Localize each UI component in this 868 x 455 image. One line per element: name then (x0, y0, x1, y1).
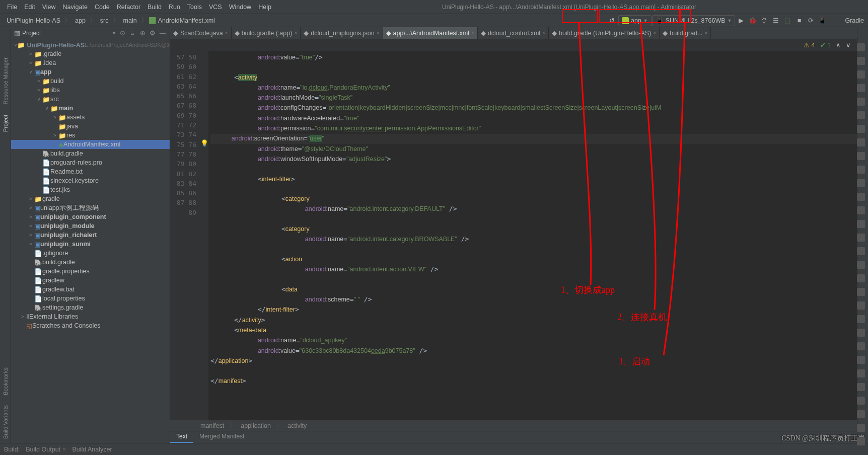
tree-item[interactable]: 🐘 build.gradle (11, 149, 170, 158)
tree-item[interactable]: 📄 gradlew.bat (11, 285, 170, 294)
tree-item[interactable]: 🐘 settings.gradle (11, 303, 170, 312)
text-tab[interactable]: Text (170, 431, 193, 443)
hide-icon[interactable]: — (159, 30, 167, 37)
project-view-icon: ▦ (14, 29, 20, 37)
tree-item[interactable]: >▣ uniplugin_sunmi (11, 240, 170, 249)
breadcrumb-src[interactable]: src (98, 17, 111, 25)
close-icon[interactable]: × (705, 30, 708, 36)
menu-view[interactable]: View (39, 3, 59, 12)
bread-manifest[interactable]: manifest (198, 422, 226, 429)
tree-item[interactable]: v📁 src (11, 95, 170, 104)
bread-application[interactable]: application (239, 422, 273, 429)
tree-item[interactable]: ◱ Scratches and Consoles (11, 321, 170, 330)
editor-tab[interactable]: ◆dcloud_control.xml× (478, 27, 549, 39)
menu-build[interactable]: Build (144, 3, 165, 12)
tree-item[interactable]: 📄 gradlew (11, 276, 170, 285)
build-output-tab[interactable]: Build Output × (26, 446, 66, 453)
tree-item[interactable]: 📁 java (11, 122, 170, 131)
select-opened-icon[interactable]: ⊕ (138, 29, 147, 37)
editor-tab[interactable]: ◆ScanCode.java× (170, 27, 232, 39)
profile-icon[interactable]: ⏱ (759, 15, 770, 26)
tree-item[interactable]: 📄 local.properties (11, 294, 170, 303)
tree-root[interactable]: v📁 UniPlugin-Hello-AS E:\androidProject\… (11, 40, 170, 49)
inspection-nav-up[interactable]: ∧ (836, 41, 841, 49)
menu-tools[interactable]: Tools (184, 3, 205, 12)
menu-edit[interactable]: Edit (21, 3, 38, 12)
breadcrumb-main[interactable]: main (121, 17, 139, 25)
close-icon[interactable]: × (294, 30, 297, 36)
build-variants-tab[interactable]: Build Variants (3, 405, 9, 439)
editor-tab[interactable]: ◆dcloud_uniplugins.json× (301, 27, 383, 39)
inspection-nav-down[interactable]: ∨ (846, 41, 851, 49)
project-tree[interactable]: v📁 UniPlugin-Hello-AS E:\androidProject\… (11, 39, 170, 443)
close-icon[interactable]: × (471, 30, 474, 36)
menu-vcs[interactable]: VCS (206, 3, 225, 12)
attach-debug-icon[interactable]: ⬚ (782, 15, 793, 26)
debug-icon[interactable]: 🐞 (747, 15, 758, 26)
tree-item[interactable]: >📁 res (11, 131, 170, 140)
settings-icon[interactable]: ⚙ (149, 29, 157, 37)
line-number-gutter[interactable]: 57 58 59 60 61 62 63 64 65 66 67 68 69 7… (170, 51, 199, 420)
tree-item[interactable]: >📁 gradle (11, 194, 170, 203)
menu-help[interactable]: Help (255, 3, 274, 12)
breadcrumb-root[interactable]: UniPlugin-Hello-AS (4, 17, 63, 25)
expand-all-icon[interactable]: ⊙ (118, 29, 126, 37)
menu-run[interactable]: Run (166, 3, 183, 12)
tree-item[interactable]: >📁 build (11, 77, 170, 86)
project-tab[interactable]: Project (3, 115, 9, 132)
inspection-warning-count[interactable]: ⚠ 4 (804, 41, 815, 49)
breadcrumb-app[interactable]: app (73, 17, 88, 25)
tree-item[interactable]: ◈ AndroidManifest.xml (11, 140, 170, 149)
editor-tab[interactable]: ◆build.gradle (:app)× (232, 27, 301, 39)
stop-icon[interactable]: ■ (793, 15, 805, 26)
editor-tab[interactable]: ◆app\...\AndroidManifest.xml× (383, 27, 478, 39)
tree-item[interactable]: 📄 sinexcel.keystore (11, 176, 170, 185)
tree-item[interactable]: 📄 test.jks (11, 185, 170, 194)
file-icon: ◆ (235, 29, 240, 37)
bread-activity[interactable]: activity (285, 422, 309, 429)
tree-item[interactable]: >▣ uniplugin_richalert (11, 231, 170, 240)
menu-navigate[interactable]: Navigate (60, 3, 91, 12)
tree-item[interactable]: v▣ app (11, 67, 170, 77)
avd-icon[interactable]: 📱 (817, 15, 828, 26)
tree-item[interactable]: 📄 proguard-rules.pro (11, 158, 170, 167)
breadcrumb-file[interactable]: AndroidManifest.xml (149, 17, 215, 24)
tree-item[interactable]: >⫴ External Libraries (11, 312, 170, 321)
close-icon[interactable]: × (542, 30, 545, 36)
tree-item[interactable]: >▣ uniplugin_component (11, 212, 170, 221)
code-editor[interactable]: android:value="true"/> <activity android… (208, 51, 857, 420)
project-panel-title[interactable]: Project (22, 30, 110, 37)
left-tool-strip: Resource Manager Project Bookmarks Build… (0, 27, 11, 443)
tree-item[interactable]: >📁 .gradle (11, 49, 170, 58)
build-analyzer-tab[interactable]: Build Analyzer (72, 446, 112, 453)
intention-bulb-icon[interactable]: 💡 (200, 139, 208, 147)
inspection-ok-count[interactable]: ✔ 1 (820, 41, 831, 49)
tree-item[interactable]: >▣ uniapp示例工程源码 (11, 203, 170, 212)
menu-window[interactable]: Window (226, 3, 254, 12)
tree-item[interactable]: >▣ uniplugin_module (11, 221, 170, 231)
tree-item[interactable]: 📄 Readme.txt (11, 167, 170, 176)
close-icon[interactable]: × (225, 30, 228, 36)
tree-item[interactable]: 📄 .gitignore (11, 249, 170, 258)
menu-file[interactable]: File (4, 3, 20, 12)
menu-code[interactable]: Code (92, 3, 113, 12)
fold-column[interactable]: 💡 (199, 51, 208, 420)
tree-item[interactable]: >📁 assets (11, 113, 170, 122)
coverage-icon[interactable]: ☰ (770, 15, 781, 26)
close-icon[interactable]: × (377, 30, 380, 36)
watermark: CSDN @深圳程序员打工崽 (781, 434, 865, 443)
annotation-2: 2、连接真机 (617, 311, 667, 323)
more-icon[interactable]: ⟳ (805, 15, 816, 26)
tree-item[interactable]: 🐘 build.gradle (11, 258, 170, 267)
tree-item[interactable]: >📁 libs (11, 86, 170, 95)
merged-manifest-tab[interactable]: Merged Manifest (193, 431, 250, 443)
tree-item[interactable]: v📁 main (11, 104, 170, 113)
bookmarks-tab[interactable]: Bookmarks (3, 367, 9, 395)
collapse-icon[interactable]: ≡ (128, 30, 136, 37)
menu-refactor[interactable]: Refactor (114, 3, 143, 12)
run-icon[interactable]: ▶ (736, 15, 747, 26)
gradle-panel-btn[interactable]: Gradle (845, 17, 864, 24)
resource-manager-tab[interactable]: Resource Manager (3, 57, 9, 105)
tree-item[interactable]: 📄 gradle.properties (11, 267, 170, 276)
tree-item[interactable]: >📁 .idea (11, 58, 170, 67)
